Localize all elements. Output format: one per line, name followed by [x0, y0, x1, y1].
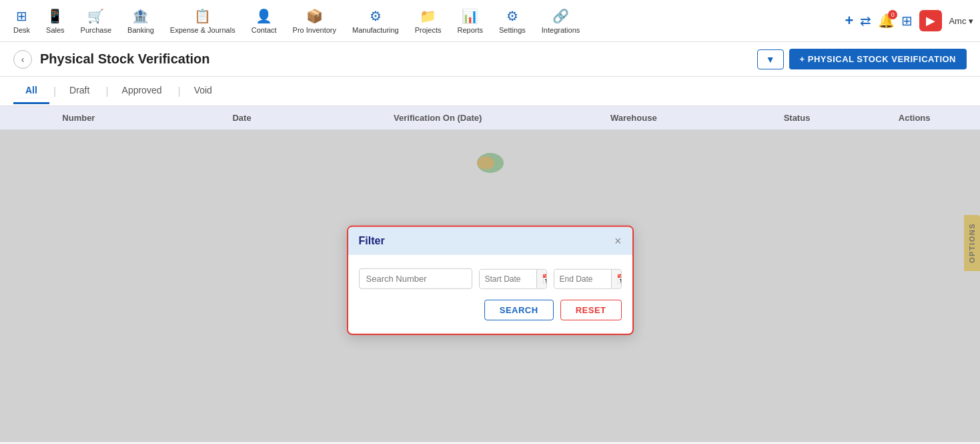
new-physical-stock-verification-button[interactable]: + PHYSICAL STOCK VERIFICATION	[789, 49, 967, 69]
banking-icon: 🏦	[132, 8, 149, 24]
page-header-left: ‹ Physical Stock Verification	[13, 50, 210, 69]
tab-sep-1: |	[53, 85, 56, 97]
filter-modal-body: 📅 📅 SEARCH RESET	[348, 255, 632, 334]
top-nav: ⊞ Desk 📱 Sales 🛒 Purchase 🏦 Banking 📋 Ex…	[0, 0, 980, 42]
tabs: All | Draft | Approved | Void	[0, 77, 980, 106]
page-header: ‹ Physical Stock Verification ▼ + PHYSIC…	[0, 42, 980, 77]
col-actions: Actions	[862, 113, 967, 123]
nav-label-settings: Settings	[499, 26, 526, 34]
nav-item-settings[interactable]: ⚙ Settings	[492, 4, 532, 38]
filter-modal-header: Filter ×	[348, 227, 632, 255]
start-date-calendar-icon[interactable]: 📅	[536, 269, 547, 288]
nav-label-banking: Banking	[127, 26, 154, 34]
nav-item-purchase[interactable]: 🛒 Purchase	[74, 4, 118, 38]
nav-label-pro-inventory: Pro Inventory	[293, 26, 336, 34]
end-date-group: 📅	[554, 268, 622, 288]
table-header: Number Date Verification On (Date) Wareh…	[0, 106, 980, 130]
nav-label-purchase: Purchase	[81, 26, 111, 34]
col-verification-date: Verification On (Date)	[340, 113, 536, 123]
tab-draft[interactable]: Draft	[57, 78, 101, 104]
nav-item-contact[interactable]: 👤 Contact	[245, 4, 284, 38]
filter-actions: SEARCH RESET	[359, 300, 622, 320]
filter-modal-title: Filter	[359, 235, 385, 247]
nav-item-sales[interactable]: 📱 Sales	[39, 4, 71, 38]
nav-label-integrations: Integrations	[542, 26, 580, 34]
start-date-input[interactable]	[480, 269, 536, 288]
notification-badge: 0	[888, 10, 897, 19]
col-date: Date	[144, 113, 340, 123]
nav-item-expense[interactable]: 📋 Expense & Journals	[163, 4, 242, 38]
filter-button[interactable]: ▼	[757, 49, 784, 69]
nav-right: + ⇄ 🔔 0 ⊞ ▶ Amc ▾	[845, 10, 973, 31]
filter-row-inputs: 📅 📅	[359, 268, 622, 289]
filter-modal: Filter × 📅 📅 SEARCH RESE	[347, 226, 634, 335]
nav-label-contact: Contact	[252, 26, 277, 34]
nav-label-sales: Sales	[46, 26, 65, 34]
youtube-button[interactable]: ▶	[919, 10, 942, 31]
col-number: Number	[13, 113, 144, 123]
end-date-input[interactable]	[554, 269, 611, 288]
transfer-icon[interactable]: ⇄	[860, 13, 871, 29]
nav-label-reports: Reports	[458, 26, 484, 34]
sales-icon: 📱	[47, 8, 63, 24]
filter-icon: ▼	[766, 54, 775, 65]
tab-sep-2: |	[105, 85, 108, 97]
search-button[interactable]: SEARCH	[484, 300, 554, 320]
nav-item-desk[interactable]: ⊞ Desk	[7, 4, 37, 38]
start-date-group: 📅	[479, 268, 547, 288]
reset-button[interactable]: RESET	[560, 300, 622, 320]
page-header-right: ▼ + PHYSICAL STOCK VERIFICATION	[757, 49, 967, 69]
contact-icon: 👤	[256, 8, 272, 24]
purchase-icon: 🛒	[87, 8, 104, 24]
tab-approved[interactable]: Approved	[110, 78, 174, 104]
nav-label-expense: Expense & Journals	[170, 26, 235, 34]
nav-label-desk: Desk	[13, 26, 30, 34]
back-button[interactable]: ‹	[13, 50, 32, 69]
nav-item-reports[interactable]: 📊 Reports	[451, 4, 490, 38]
col-status: Status	[732, 113, 863, 123]
end-date-calendar-icon[interactable]: 📅	[611, 269, 622, 288]
reports-icon: 📊	[462, 8, 478, 24]
table-body: Filter × 📅 📅 SEARCH RESE	[0, 130, 980, 442]
nav-label-manufacturing: Manufacturing	[352, 26, 399, 34]
grid-view-icon[interactable]: ⊞	[901, 13, 913, 29]
filter-close-button[interactable]: ×	[614, 235, 622, 247]
pro-inventory-icon: 📦	[306, 8, 323, 24]
content-area: ‹ Physical Stock Verification ▼ + PHYSIC…	[0, 42, 980, 444]
nav-label-projects: Projects	[415, 26, 442, 34]
tab-sep-3: |	[177, 85, 180, 97]
tab-void[interactable]: Void	[182, 78, 224, 104]
notification-icon[interactable]: 🔔 0	[878, 13, 895, 29]
page-title: Physical Stock Verification	[40, 51, 210, 67]
nav-items: ⊞ Desk 📱 Sales 🛒 Purchase 🏦 Banking 📋 Ex…	[7, 4, 845, 38]
projects-icon: 📁	[420, 8, 436, 24]
add-icon[interactable]: +	[845, 12, 854, 29]
user-menu[interactable]: Amc ▾	[949, 16, 973, 26]
nav-item-projects[interactable]: 📁 Projects	[408, 4, 448, 38]
manufacturing-icon: ⚙	[370, 8, 382, 24]
nav-item-manufacturing[interactable]: ⚙ Manufacturing	[346, 4, 406, 38]
nav-item-pro-inventory[interactable]: 📦 Pro Inventory	[286, 4, 343, 38]
desk-icon: ⊞	[16, 8, 27, 24]
nav-item-integrations[interactable]: 🔗 Integrations	[535, 4, 586, 38]
search-number-input[interactable]	[359, 268, 472, 289]
integrations-icon: 🔗	[552, 8, 569, 24]
tab-all[interactable]: All	[13, 78, 49, 104]
settings-icon: ⚙	[506, 8, 518, 24]
expense-icon: 📋	[194, 8, 211, 24]
nav-item-banking[interactable]: 🏦 Banking	[121, 4, 161, 38]
col-warehouse: Warehouse	[536, 113, 732, 123]
